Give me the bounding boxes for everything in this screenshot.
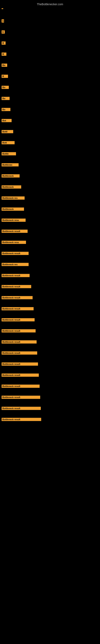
list-item: Bottleneck result [0, 317, 100, 322]
list-item: Bottleneck result [0, 306, 100, 312]
item-row-14: Bottlenec [0, 162, 100, 173]
bottleneck-label: Bottleneck result [1, 318, 35, 322]
bottleneck-label: Bot [1, 119, 12, 122]
list-item: B [0, 74, 100, 79]
bottleneck-label: Bott [1, 141, 15, 144]
list-item: B [0, 40, 100, 46]
list-item: Bottlenec [0, 162, 100, 168]
item-row-37: Bottleneck result [0, 416, 100, 428]
item-row-2: E [0, 29, 100, 40]
list-item: Bottleneck resu [0, 240, 100, 245]
item-row-13: Bottle [0, 151, 100, 162]
item-row-28: Bottleneck result [0, 317, 100, 328]
item-row-36: Bottleneck result [0, 406, 100, 416]
item-row-24: Bottleneck result [0, 273, 100, 284]
bottleneck-label: Bottleneck res [1, 263, 29, 266]
list-item: Bottleneck result [0, 350, 100, 356]
bottleneck-label: Bo [1, 64, 7, 67]
bottleneck-label [1, 8, 3, 9]
item-row-19: Bottleneck resu [0, 217, 100, 228]
list-item: Bottleneck res [0, 195, 100, 201]
list-item: Bottleneck result [0, 384, 100, 389]
item-row-5: Bo [0, 62, 100, 74]
list-item: Bottleneck result [0, 328, 100, 334]
list-item: Bottleneck result [0, 339, 100, 345]
item-row-7: Bo [0, 84, 100, 96]
list-item: Bottleneck result [0, 416, 100, 422]
bottleneck-label: Bottleneck result [1, 285, 31, 288]
bottleneck-label: Bottleneck result [1, 340, 37, 344]
list-item: Bottleneck resu [0, 217, 100, 223]
list-item: Bottle [0, 151, 100, 156]
bottleneck-label: B [1, 75, 8, 78]
bottleneck-label: E [1, 30, 5, 34]
list-item: B [0, 51, 100, 57]
bottleneck-label: Bottleneck resu [1, 218, 26, 222]
bottleneck-label: Bottleneck res [1, 196, 25, 200]
item-row-16: Bottleneck [0, 184, 100, 195]
list-item: Bottleneck [0, 173, 100, 179]
item-row-9: Bo [0, 107, 100, 118]
bottleneck-label: Bo [1, 108, 10, 111]
list-item [0, 7, 100, 10]
bottleneck-label: Bo [1, 86, 9, 89]
items-container: EEBBBoBBoBoBoBotBottlBottBottleBottlenec… [0, 7, 100, 428]
item-row-31: Bottleneck result [0, 350, 100, 361]
list-item: Bottleneck result [0, 295, 100, 300]
item-row-27: Bottleneck result [0, 306, 100, 317]
bottleneck-label: Bottleneck [1, 174, 20, 178]
item-row-23: Bottleneck res [0, 262, 100, 273]
bottleneck-label: Bottleneck resu [1, 241, 26, 244]
list-item: Bottleneck [0, 184, 100, 190]
item-row-0 [0, 7, 100, 18]
site-title: TheBottlenecker.com [0, 1, 100, 8]
bottleneck-label: Bottleneck result [1, 396, 40, 399]
bottleneck-label: B [1, 42, 6, 45]
item-row-21: Bottleneck resu [0, 240, 100, 250]
item-row-11: Bottl [0, 129, 100, 140]
item-row-10: Bot [0, 118, 100, 129]
list-item: Bottleneck result [0, 228, 100, 234]
list-item: Bottleneck result [0, 406, 100, 411]
bottleneck-label: Bottleneck result [1, 362, 38, 366]
list-item: Bo [0, 107, 100, 112]
item-row-18: Bottleneck [0, 206, 100, 217]
list-item: Bottleneck result [0, 250, 100, 256]
bottleneck-label: Bottleneck result [1, 296, 33, 299]
list-item: Bottleneck res [0, 262, 100, 267]
item-row-17: Bottleneck res [0, 195, 100, 206]
bottleneck-label: Bottleneck result [1, 274, 30, 277]
list-item: Bo [0, 84, 100, 90]
bottleneck-label: Bottleneck result [1, 230, 28, 233]
bottleneck-label: Bottleneck result [1, 352, 37, 354]
bottleneck-label: Bottleneck [1, 185, 21, 188]
item-row-1: E [0, 18, 100, 29]
bottleneck-label: Bottle [1, 152, 16, 155]
bottleneck-label: Bottl [1, 130, 13, 133]
bottleneck-label: Bottlenec [1, 163, 19, 166]
item-row-15: Bottleneck [0, 173, 100, 184]
list-item: Bo [0, 96, 100, 101]
item-row-3: B [0, 40, 100, 51]
bottleneck-label: Bottleneck result [1, 374, 39, 377]
item-row-34: Bottleneck result [0, 384, 100, 394]
bottleneck-label: B [1, 52, 6, 56]
bottleneck-label: Bottleneck result [1, 407, 41, 410]
item-row-30: Bottleneck result [0, 339, 100, 350]
list-item: Bot [0, 118, 100, 123]
list-item: E [0, 29, 100, 35]
item-row-29: Bottleneck result [0, 328, 100, 339]
list-item: Bottleneck result [0, 284, 100, 290]
list-item: Bottl [0, 129, 100, 134]
item-row-22: Bottleneck result [0, 250, 100, 262]
list-item: Bo [0, 62, 100, 68]
item-row-8: Bo [0, 96, 100, 107]
list-item: Bottleneck result [0, 372, 100, 378]
item-row-12: Bott [0, 140, 100, 151]
item-row-33: Bottleneck result [0, 372, 100, 384]
bottleneck-label: Bottleneck [1, 208, 24, 211]
list-item: Bottleneck result [0, 361, 100, 367]
item-row-6: B [0, 74, 100, 84]
item-row-25: Bottleneck result [0, 284, 100, 295]
item-row-20: Bottleneck result [0, 228, 100, 240]
